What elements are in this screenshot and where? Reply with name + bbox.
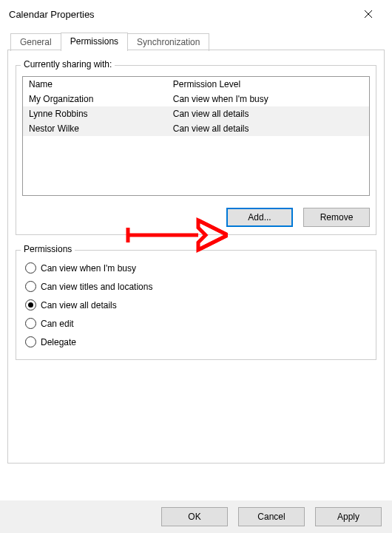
permissions-radio-group: Can view when I'm busy Can view titles a… xyxy=(22,258,370,352)
ok-button[interactable]: OK xyxy=(161,507,228,526)
permissions-fieldset: Permissions Can view when I'm busy Can v… xyxy=(16,250,376,360)
apply-button[interactable]: Apply xyxy=(315,507,382,526)
dialog-content: General Permissions Synchronization Curr… xyxy=(0,27,392,464)
radio-label: Can edit xyxy=(41,319,74,329)
close-icon xyxy=(364,10,373,18)
tab-permissions[interactable]: Permissions xyxy=(61,33,128,50)
radio-details[interactable]: Can view all details xyxy=(25,299,367,310)
cell-level: Can view when I'm busy xyxy=(167,92,369,106)
radio-label: Can view when I'm busy xyxy=(41,263,136,274)
titlebar: Calendar Properties xyxy=(0,0,392,27)
sharing-actions: Add... Remove xyxy=(22,208,370,227)
tab-strip: General Permissions Synchronization xyxy=(10,33,385,50)
radio-titles[interactable]: Can view titles and locations xyxy=(25,281,367,292)
col-name[interactable]: Name xyxy=(23,77,167,92)
sharing-list[interactable]: Name Permission Level My Organization Ca… xyxy=(22,76,370,196)
radio-delegate[interactable]: Delegate xyxy=(25,336,367,347)
tab-panel-permissions: Currently sharing with: Name Permission … xyxy=(7,50,385,464)
cell-name: Lynne Robbins xyxy=(23,106,167,121)
radio-edit[interactable]: Can edit xyxy=(25,318,367,329)
table-row[interactable]: Lynne Robbins Can view all details xyxy=(23,106,369,121)
radio-label: Delegate xyxy=(41,337,76,347)
radio-icon xyxy=(25,299,36,310)
remove-button[interactable]: Remove xyxy=(303,208,370,227)
cell-level: Can view all details xyxy=(167,106,369,121)
dialog-button-bar: OK Cancel Apply xyxy=(0,500,392,533)
radio-icon xyxy=(25,281,36,292)
sharing-legend: Currently sharing with: xyxy=(21,59,115,69)
cell-level: Can view all details xyxy=(167,121,369,136)
col-level[interactable]: Permission Level xyxy=(167,77,369,92)
radio-label: Can view titles and locations xyxy=(41,282,152,292)
cancel-button[interactable]: Cancel xyxy=(238,507,305,526)
tab-general[interactable]: General xyxy=(10,33,61,51)
sharing-table: Name Permission Level My Organization Ca… xyxy=(23,77,369,136)
tab-synchronization[interactable]: Synchronization xyxy=(127,33,209,51)
cell-name: Nestor Wilke xyxy=(23,121,167,136)
table-row[interactable]: My Organization Can view when I'm busy xyxy=(23,92,369,106)
table-row[interactable]: Nestor Wilke Can view all details xyxy=(23,121,369,136)
radio-icon xyxy=(25,318,36,329)
close-button[interactable] xyxy=(354,4,383,24)
radio-icon xyxy=(25,262,36,274)
add-button[interactable]: Add... xyxy=(226,208,293,227)
radio-busy[interactable]: Can view when I'm busy xyxy=(25,262,367,274)
sharing-fieldset: Currently sharing with: Name Permission … xyxy=(16,65,376,235)
cell-name: My Organization xyxy=(23,92,167,106)
radio-label: Can view all details xyxy=(41,300,117,310)
radio-icon xyxy=(25,336,36,347)
window-title: Calendar Properties xyxy=(9,9,95,20)
permissions-legend: Permissions xyxy=(21,244,75,254)
table-header-row: Name Permission Level xyxy=(23,77,369,92)
